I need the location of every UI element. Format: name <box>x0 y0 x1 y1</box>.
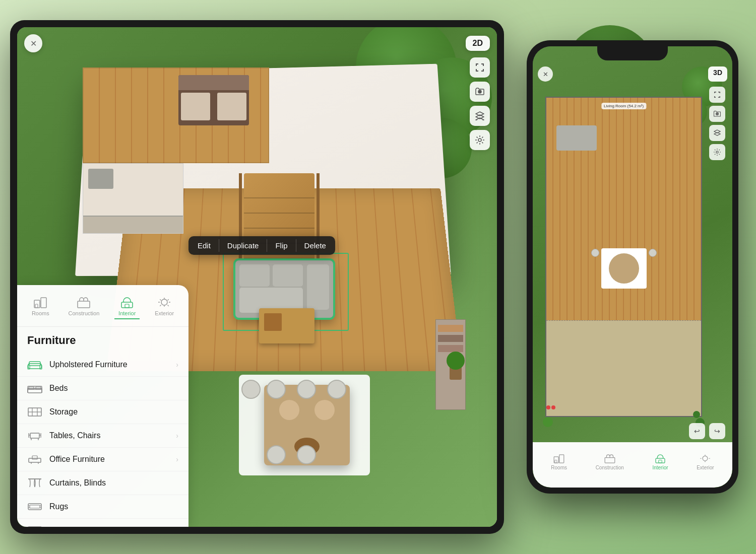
dining-chair-1 <box>241 380 261 399</box>
svg-rect-53 <box>656 458 665 463</box>
tablet-close-button[interactable]: ✕ <box>24 34 42 52</box>
phone-fullscreen-btn[interactable] <box>709 87 725 103</box>
close-icon: ✕ <box>30 39 37 48</box>
tab-construction[interactable]: Construction <box>65 295 104 319</box>
svg-rect-50 <box>559 455 564 463</box>
phone-top-toolbar: ✕ 3D <box>538 66 727 82</box>
tables-chairs-label: Tables, Chairs <box>49 431 169 440</box>
kitchen-icon <box>27 525 42 527</box>
phone-notch <box>597 46 668 60</box>
flower-1 <box>546 405 550 409</box>
context-edit[interactable]: Edit <box>191 239 218 252</box>
gear-icon <box>475 135 484 145</box>
phone-layers-icon <box>714 129 721 136</box>
camera-button[interactable] <box>470 82 490 102</box>
furniture-item-rugs[interactable]: Rugs <box>17 495 188 519</box>
phone-interior-label: Interior <box>652 465 668 470</box>
context-flip[interactable]: Flip <box>268 239 294 252</box>
svg-rect-54 <box>659 460 662 463</box>
dining-chair-5 <box>267 445 286 464</box>
view-2d-button[interactable]: 2D <box>466 36 490 51</box>
curtains-label: Curtains, Blinds <box>49 478 178 488</box>
phone-camera-icon <box>714 110 721 117</box>
phone-tab-construction[interactable]: Construction <box>596 454 624 470</box>
category-tab-bar: Rooms Construction <box>17 295 188 327</box>
fullscreen-button[interactable] <box>470 57 490 78</box>
layers-button[interactable] <box>470 106 490 126</box>
tab-interior[interactable]: Interior <box>114 295 140 319</box>
svg-rect-51 <box>555 460 557 463</box>
context-delete[interactable]: Delete <box>297 239 333 252</box>
tab-rooms[interactable]: Rooms <box>28 295 53 319</box>
phone-settings-btn[interactable] <box>709 144 725 160</box>
phone-tab-interior[interactable]: Interior <box>652 454 668 470</box>
svg-point-47 <box>716 113 718 115</box>
svg-point-1 <box>478 138 481 142</box>
phone-screen: Living Room (54.2 m²) <box>533 46 732 488</box>
upholstered-icon <box>27 359 42 370</box>
kitchen-area <box>83 163 183 234</box>
tablet-device: Edit Duplicate Flip Delete <box>10 20 504 534</box>
coffee-table <box>259 308 314 343</box>
tables-chairs-icon <box>27 430 42 441</box>
furniture-item-upholstered[interactable]: Upholstered Furniture › <box>17 353 188 377</box>
furniture-item-kitchen[interactable]: Kitchen <box>17 519 188 527</box>
furniture-item-office[interactable]: Office Furniture › <box>17 448 188 471</box>
exterior-tab-label: Exterior <box>155 310 174 316</box>
phone-close-icon: ✕ <box>543 71 548 78</box>
context-menu: Edit Duplicate Flip Delete <box>188 236 335 255</box>
phone-fullscreen-icon <box>714 91 721 98</box>
tablet-right-toolbar <box>470 57 490 150</box>
svg-rect-30 <box>29 458 41 462</box>
furniture-list: Upholstered Furniture › <box>17 353 188 527</box>
furniture-item-curtains[interactable]: Curtains, Blinds <box>17 471 188 495</box>
beds-icon <box>27 383 42 394</box>
construction-icon <box>77 297 91 308</box>
phone-exterior-label: Exterior <box>697 465 714 470</box>
phone-tab-rooms[interactable]: Rooms <box>551 454 567 470</box>
phone-view-label: 3D <box>713 68 722 77</box>
plant-corner <box>446 350 466 380</box>
tab-exterior[interactable]: Exterior <box>151 295 178 319</box>
svg-rect-9 <box>28 364 41 369</box>
room-label-text: Living Room (54.2 m²) <box>604 104 644 108</box>
phone-close-button[interactable]: ✕ <box>538 66 553 82</box>
phone-chair-1 <box>591 249 599 257</box>
furniture-item-storage[interactable]: Storage <box>17 400 188 424</box>
phone-3d-button[interactable]: 3D <box>708 66 727 82</box>
storage-label: Storage <box>49 407 178 417</box>
phone-sofa <box>556 125 597 151</box>
camera-icon <box>475 87 484 96</box>
office-icon <box>27 454 42 465</box>
furniture-section-title: Furniture <box>17 334 188 353</box>
view-mode-label: 2D <box>473 39 483 47</box>
phone-camera-btn[interactable] <box>709 106 725 122</box>
svg-rect-4 <box>35 304 38 308</box>
furniture-item-beds[interactable]: Beds <box>17 377 188 400</box>
stairs <box>234 163 325 274</box>
upholstered-label: Upholstered Furniture <box>49 360 169 369</box>
phone-undo-button[interactable]: ↩ <box>689 423 705 439</box>
phone-construction-icon <box>604 454 615 463</box>
svg-rect-3 <box>41 298 46 308</box>
beds-label: Beds <box>49 384 178 393</box>
settings-button[interactable] <box>470 130 490 150</box>
phone-redo-button[interactable]: ↪ <box>709 423 725 439</box>
context-duplicate[interactable]: Duplicate <box>220 239 266 252</box>
svg-rect-35 <box>28 504 41 510</box>
kitchen-label: Kitchen <box>49 526 178 527</box>
app-container: Edit Duplicate Flip Delete <box>0 0 756 554</box>
phone-layers-btn[interactable] <box>709 125 725 141</box>
svg-rect-33 <box>32 456 37 459</box>
phone-plan-area: Living Room (54.2 m²) <box>540 87 707 437</box>
svg-rect-6 <box>121 302 133 308</box>
living-room-label: Living Room (54.2 m²) <box>601 103 646 109</box>
flower-2 <box>551 405 555 409</box>
svg-point-0 <box>479 91 481 93</box>
phone-right-toolbar <box>709 87 725 160</box>
upholstered-chevron: › <box>176 361 178 369</box>
phone-tab-exterior[interactable]: Exterior <box>697 454 714 470</box>
phone-undo-redo: ↩ ↪ <box>689 423 725 439</box>
furniture-item-tables-chairs[interactable]: Tables, Chairs › <box>17 424 188 448</box>
phone-gear-icon <box>714 149 721 156</box>
